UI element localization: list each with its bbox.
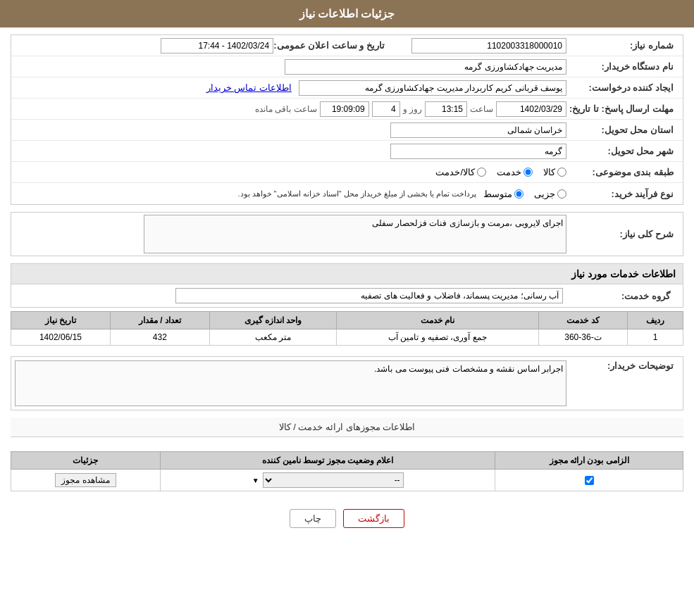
print-button[interactable]: چاپ <box>290 509 336 528</box>
deadline-date-input[interactable] <box>496 101 566 117</box>
perm-col-required: الزامی بودن ارائه مجوز <box>495 452 683 470</box>
buyer-notes-label: توضیحات خریدار: <box>574 360 679 371</box>
category-kala-label: کالا <box>543 167 555 177</box>
province-input[interactable] <box>390 122 566 138</box>
cell-date: 1402/06/15 <box>11 329 111 346</box>
category-radio-group: کالا خدمت کالا/خدمت <box>435 167 566 177</box>
need-description-section: شرح کلی نیاز: اجرای لایروبی ،مرمت و بازس… <box>11 212 683 256</box>
category-radio-kala-khedmat[interactable]: کالا/خدمت <box>435 167 486 177</box>
category-label: طبقه بندی موضوعی: <box>566 167 679 177</box>
need-number-label: شماره نیاز: <box>566 40 679 51</box>
col-header-name: نام خدمت <box>337 312 538 329</box>
services-table: ردیف کد خدمت نام خدمت واحد اندازه گیری ت… <box>11 311 683 346</box>
main-info-section: شماره نیاز: تاریخ و ساعت اعلان عمومی: نا… <box>11 34 683 205</box>
buyer-org-label: نام دستگاه خریدار: <box>566 61 679 72</box>
category-radio-khedmat-input[interactable] <box>523 168 533 177</box>
process-radio-jozyi-input[interactable] <box>557 189 566 199</box>
view-permit-button[interactable]: مشاهده مجوز <box>55 473 116 487</box>
col-header-row: ردیف <box>628 312 683 329</box>
process-radio-jozyi[interactable]: جزیی <box>534 189 566 199</box>
process-radio-group: جزیی متوسط <box>483 189 566 199</box>
permissions-spacer <box>11 437 683 451</box>
contact-link[interactable]: اطلاعات تماس خریدار <box>206 82 292 93</box>
city-input[interactable] <box>390 144 566 159</box>
perm-cell-details: مشاهده مجوز <box>11 470 161 491</box>
process-note: پرداخت تمام یا بخشی از مبلغ خریداز محل "… <box>237 189 476 199</box>
chevron-down-icon: ▼ <box>252 477 259 484</box>
need-description-label: شرح کلی نیاز: <box>566 229 679 239</box>
category-row: طبقه بندی موضوعی: کالا خدمت کالا/خدمت <box>11 162 683 183</box>
perm-col-details: جزئیات <box>11 452 161 470</box>
city-label: شهر محل تحویل: <box>566 146 679 156</box>
province-label: استان محل تحویل: <box>566 125 679 135</box>
buyer-notes-textarea[interactable]: اجرابر اساس نقشه و مشخصات فنی پیوست می ب… <box>15 360 566 406</box>
buttons-row: بازگشت چاپ <box>11 498 683 539</box>
province-row: استان محل تحویل: <box>11 120 683 141</box>
deadline-label: مهلت ارسال پاسخ: تا تاریخ: <box>566 103 679 114</box>
table-row: 1 ت-36-360 جمع آوری، تصفیه و تامین آب مت… <box>11 329 683 346</box>
services-table-wrapper: ردیف کد خدمت نام خدمت واحد اندازه گیری ت… <box>11 308 683 349</box>
services-title: اطلاعات خدمات مورد نیاز <box>11 263 683 284</box>
deadline-row: مهلت ارسال پاسخ: تا تاریخ: ساعت روز و سا… <box>11 99 683 120</box>
announce-date-input[interactable] <box>161 38 273 54</box>
services-section: اطلاعات خدمات مورد نیاز گروه خدمت: ردیف … <box>11 263 683 349</box>
cell-code: ت-36-360 <box>538 329 628 346</box>
deadline-time-label: ساعت <box>470 104 493 114</box>
col-header-date: تاریخ نیاز <box>11 312 111 329</box>
cell-count: 432 <box>110 329 209 346</box>
col-header-unit: واحد اندازه گیری <box>209 312 336 329</box>
buyer-org-input[interactable] <box>285 59 566 75</box>
category-radio-kala[interactable]: کالا <box>543 167 566 177</box>
process-jozyi-label: جزیی <box>534 189 555 199</box>
category-radio-khedmat[interactable]: خدمت <box>497 167 533 177</box>
buyer-notes-row: توضیحات خریدار: اجرابر اساس نقشه و مشخصا… <box>11 357 683 410</box>
category-radio-kala-khedmat-input[interactable] <box>477 168 486 177</box>
perm-col-status: اعلام وضعیت مجوز توسط نامین کننده <box>160 452 495 470</box>
city-row: شهر محل تحویل: <box>11 141 683 162</box>
category-khedmat-label: خدمت <box>497 167 521 177</box>
perm-table-row: -- ▼ مشاهده مجوز <box>11 470 683 491</box>
deadline-days-input[interactable] <box>372 101 400 117</box>
service-group-input[interactable] <box>175 288 563 303</box>
need-description-textarea[interactable]: اجرای لایروبی ،مرمت و بازسازی فنات فزلحص… <box>144 215 566 253</box>
deadline-remaining-input[interactable] <box>320 101 369 117</box>
back-button[interactable]: بازگشت <box>343 509 404 528</box>
required-checkbox-wrapper <box>501 476 677 485</box>
deadline-remaining-label: ساعت باقی مانده <box>255 104 317 114</box>
cell-name: جمع آوری، تصفیه و تامین آب <box>337 329 538 346</box>
process-radio-motavaset[interactable]: متوسط <box>483 189 523 199</box>
col-header-count: تعداد / مقدار <box>110 312 209 329</box>
status-select[interactable]: -- <box>263 472 404 488</box>
required-checkbox[interactable] <box>585 476 594 485</box>
deadline-days-label: روز و <box>403 104 422 114</box>
requester-label: ایجاد کننده درخواست: <box>566 82 679 93</box>
buyer-notes-section: توضیحات خریدار: اجرابر اساس نقشه و مشخصا… <box>11 356 683 410</box>
requester-input[interactable] <box>299 80 566 96</box>
permissions-section: اطلاعات مجوزهای ارائه خدمت / کالا الزامی… <box>11 417 683 491</box>
process-motavaset-label: متوسط <box>483 189 512 199</box>
permissions-table: الزامی بودن ارائه مجوز اعلام وضعیت مجوز … <box>11 451 683 491</box>
cell-unit: متر مکعب <box>209 329 336 346</box>
buyer-org-row: نام دستگاه خریدار: <box>11 56 683 77</box>
content-area: شماره نیاز: تاریخ و ساعت اعلان عمومی: نا… <box>0 27 694 546</box>
permissions-title: اطلاعات مجوزهای ارائه خدمت / کالا <box>11 417 683 437</box>
announce-date-label: تاریخ و ساعت اعلان عمومی: <box>273 40 390 51</box>
page-header: جزئیات اطلاعات نیاز <box>0 0 694 27</box>
page-wrapper: جزئیات اطلاعات نیاز شماره نیاز: تاریخ و … <box>0 0 694 616</box>
status-dropdown-wrapper: -- ▼ <box>166 472 490 488</box>
need-number-row: شماره نیاز: تاریخ و ساعت اعلان عمومی: <box>11 35 683 56</box>
deadline-date-row: ساعت روز و ساعت باقی مانده <box>255 101 566 117</box>
deadline-time-input[interactable] <box>425 101 467 117</box>
need-number-input[interactable] <box>411 38 566 54</box>
process-radio-motavaset-input[interactable] <box>514 189 523 199</box>
category-kala-khedmat-label: کالا/خدمت <box>435 167 475 177</box>
col-header-code: کد خدمت <box>538 312 628 329</box>
service-group-row: گروه خدمت: <box>11 284 683 308</box>
process-label: نوع فرآیند خرید: <box>566 189 679 199</box>
requester-row: ایجاد کننده درخواست: اطلاعات تماس خریدار <box>11 77 683 99</box>
category-radio-kala-input[interactable] <box>557 168 566 177</box>
cell-row: 1 <box>628 329 683 346</box>
perm-cell-status: -- ▼ <box>160 470 495 491</box>
need-description-row: شرح کلی نیاز: اجرای لایروبی ،مرمت و بازس… <box>11 213 683 256</box>
page-title: جزئیات اطلاعات نیاز <box>299 8 395 20</box>
